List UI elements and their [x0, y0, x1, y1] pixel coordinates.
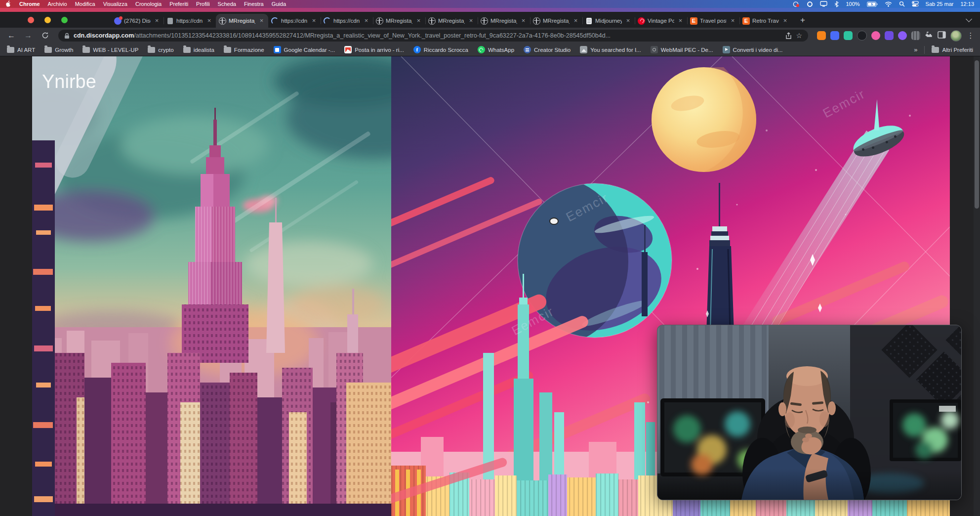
display-icon[interactable] — [820, 1, 827, 7]
new-tab-button[interactable]: + — [796, 14, 810, 28]
extension-icon-blue[interactable] — [830, 31, 839, 40]
extension-icon-purple[interactable] — [885, 31, 894, 40]
extension-icon-violet[interactable] — [898, 31, 907, 40]
spotlight-search-icon[interactable] — [899, 1, 905, 7]
battery-icon[interactable] — [867, 1, 878, 7]
share-icon[interactable] — [785, 32, 792, 40]
minimize-window-button[interactable] — [44, 17, 51, 23]
tab-close-icon[interactable]: × — [415, 17, 422, 25]
url-text[interactable]: cdn.discordapp.com/attachments/101351233… — [74, 32, 781, 39]
apple-logo-icon[interactable] — [6, 0, 11, 8]
globe-favicon — [428, 17, 436, 25]
menubar-date[interactable]: Sab 25 mar — [926, 1, 954, 7]
tab-close-icon[interactable]: × — [467, 17, 475, 25]
bookmark-converti-video[interactable]: Converti i video di... — [723, 46, 783, 53]
tab-travel-poster[interactable]: E Travel post × — [687, 14, 739, 28]
menu-chrome[interactable]: Chrome — [19, 1, 40, 7]
tab-close-icon[interactable]: × — [677, 17, 684, 25]
menubar-clock[interactable]: 12:13 — [960, 1, 974, 7]
tab-mrregista-3[interactable]: MRregista_ × — [425, 14, 478, 28]
menu-cronologia[interactable]: Cronologia — [135, 1, 162, 7]
menu-preferiti[interactable]: Preferiti — [169, 1, 188, 7]
extension-icon-metamask[interactable] — [817, 31, 826, 40]
bookmark-facebook-profile[interactable]: fRiccardo Scrocca — [413, 46, 468, 53]
desktop-wallpaper-strip — [0, 8, 980, 12]
bookmark-whatsapp[interactable]: WhatsApp — [478, 46, 514, 53]
bookmark-folder-formazione[interactable]: Formazione — [224, 47, 264, 53]
tab-cdn-3[interactable]: https://cdn × — [321, 14, 373, 28]
extension-icon-teal[interactable] — [844, 31, 853, 40]
bluetooth-icon[interactable] — [834, 1, 839, 7]
menu-visualizza[interactable]: Visualizza — [103, 1, 127, 7]
menu-archivio[interactable]: Archivio — [48, 1, 67, 7]
extension-icon-striped[interactable] — [911, 31, 920, 40]
screen-record-icon[interactable] — [793, 1, 800, 7]
other-bookmarks-folder[interactable]: Altri Preferiti — [932, 47, 973, 53]
bookmark-folder-ai-art[interactable]: AI ART — [7, 47, 35, 53]
extension-icon-pink[interactable] — [871, 31, 880, 40]
page-scrollbar[interactable] — [974, 56, 980, 516]
bookmark-folder-web-level-up[interactable]: WEB - LEVEL-UP — [82, 47, 138, 53]
address-bar[interactable]: cdn.discordapp.com/attachments/101351233… — [58, 30, 808, 42]
zoom-window-button[interactable] — [61, 17, 68, 23]
tab-vintage-posters[interactable]: Vintage Pos × — [635, 14, 687, 28]
bookmark-google-calendar[interactable]: Google Calendar -... — [274, 46, 335, 53]
image-icon — [580, 46, 587, 53]
tab-close-icon[interactable]: × — [310, 17, 318, 25]
tab-close-icon[interactable]: × — [520, 17, 527, 25]
bookmark-you-searched[interactable]: You searched for I... — [580, 46, 641, 53]
bookmark-gmail-inbox[interactable]: Posta in arrivo - ri... — [344, 46, 404, 53]
menu-modifica[interactable]: Modifica — [75, 1, 95, 7]
bookmark-webmail-pec[interactable]: WebMail PEC - De... — [651, 46, 713, 53]
scrollbar-thumb[interactable] — [975, 60, 979, 209]
profile-avatar[interactable] — [950, 30, 962, 42]
close-window-button[interactable] — [28, 17, 34, 23]
extensions-row: ⋮ — [817, 30, 975, 42]
tab-close-icon[interactable]: × — [258, 17, 265, 25]
menu-profili[interactable]: Profili — [196, 1, 210, 7]
tab-mrregista-active[interactable]: MRregista_ × — [216, 14, 268, 28]
wifi-icon[interactable] — [885, 1, 892, 7]
chrome-toolbar: ← → cdn.discordapp.com/attachments/10135… — [0, 28, 980, 43]
app-ring-icon[interactable] — [807, 1, 813, 7]
tab-mrregista-2[interactable]: MRregista_ × — [373, 14, 425, 28]
bookmark-creator-studio[interactable]: Creator Studio — [524, 46, 571, 53]
loading-spinner-icon — [271, 17, 279, 25]
tab-cdn-1[interactable]: https://cdn × — [163, 14, 216, 28]
tab-search-chevron-icon[interactable] — [967, 12, 971, 28]
menu-guida[interactable]: Guida — [272, 1, 286, 7]
bookmark-folder-crypto[interactable]: crypto — [148, 47, 173, 53]
page-content: Ynirbe — [0, 56, 980, 516]
folder-icon — [148, 47, 155, 53]
tab-close-icon[interactable]: × — [363, 17, 370, 25]
extension-icon-dark[interactable] — [857, 31, 867, 41]
tab-close-icon[interactable]: × — [153, 17, 161, 25]
menu-scheda[interactable]: Scheda — [218, 1, 236, 7]
tab-close-icon[interactable]: × — [624, 17, 632, 25]
back-button[interactable]: ← — [5, 30, 18, 42]
side-panel-icon[interactable] — [938, 31, 946, 41]
mouse-cursor — [549, 217, 559, 225]
tab-mrregista-5[interactable]: MRregista_ × — [530, 14, 582, 28]
tab-close-icon[interactable]: × — [205, 17, 213, 25]
tab-close-icon[interactable]: × — [572, 17, 579, 25]
tab-mrregista-4[interactable]: MRregista_ × — [478, 14, 530, 28]
tab-cdn-2[interactable]: https://cdn × — [268, 14, 321, 28]
menu-finestra[interactable]: Finestra — [244, 1, 264, 7]
bookmark-folder-growth[interactable]: Growth — [44, 47, 73, 53]
tab-discord[interactable]: (2762) Disc × — [111, 14, 163, 28]
tab-close-icon[interactable]: × — [729, 17, 736, 25]
control-center-icon[interactable] — [912, 1, 919, 7]
chrome-menu-icon[interactable]: ⋮ — [966, 31, 975, 40]
bookmark-folder-idealista[interactable]: idealista — [183, 47, 214, 53]
tab-midjourney[interactable]: Midjourney × — [582, 14, 635, 28]
battery-percent[interactable]: 100% — [846, 1, 859, 7]
tab-retro-travel[interactable]: E Retro Trave × — [739, 14, 792, 28]
bookmarks-overflow-chevron[interactable]: » — [914, 46, 917, 53]
bookmark-star-icon[interactable]: ☆ — [796, 32, 802, 40]
forward-button[interactable]: → — [22, 30, 35, 42]
reload-button[interactable] — [39, 30, 51, 42]
extensions-puzzle-icon[interactable] — [925, 31, 933, 41]
tab-close-icon[interactable]: × — [781, 17, 789, 25]
facebook-icon: f — [413, 46, 421, 53]
